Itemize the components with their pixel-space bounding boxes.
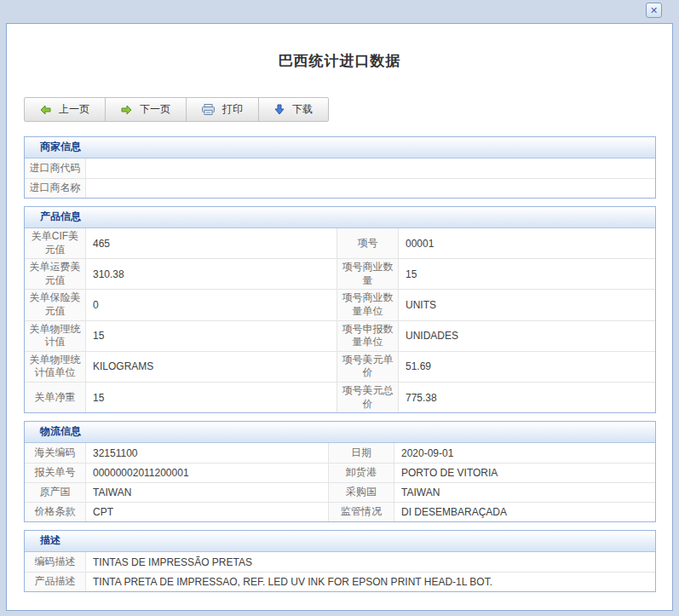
page-title: 巴西统计进口数据 bbox=[7, 24, 672, 71]
field-value-item-no: 00001 bbox=[399, 228, 655, 258]
field-value-freight-usd: 310.38 bbox=[86, 259, 337, 289]
field-value-usd-unit-price: 51.69 bbox=[399, 352, 655, 382]
field-label-price-terms: 价格条款 bbox=[25, 503, 86, 521]
field-label-freight-usd: 关单运费美元值 bbox=[25, 259, 86, 289]
table-row: 关单物理统计值 15 项号申报数量单位 UNIDADES bbox=[25, 320, 655, 351]
field-label-insurance-usd: 关单保险美元值 bbox=[25, 290, 86, 320]
section-logistics-title: 物流信息 bbox=[25, 422, 655, 443]
field-label-cif-usd: 关单CIF美元值 bbox=[25, 228, 86, 258]
section-description: 描述 编码描述 TINTAS DE IMPRESSÃO PRETAS 产品描述 … bbox=[24, 530, 656, 592]
print-label: 打印 bbox=[222, 102, 243, 117]
field-value-code-description: TINTAS DE IMPRESSÃO PRETAS bbox=[86, 552, 655, 572]
field-value-date: 2020-09-01 bbox=[394, 443, 655, 463]
table-row: 关单运费美元值 310.38 项号商业数量 15 bbox=[25, 258, 655, 289]
field-label-item-no: 项号 bbox=[337, 228, 399, 258]
table-row: 关单保险美元值 0 项号商业数量单位 UNITS bbox=[25, 289, 655, 320]
download-label: 下载 bbox=[292, 102, 313, 117]
field-label-commercial-qty-unit: 项号商业数量单位 bbox=[337, 290, 399, 320]
field-label-regulatory-status: 监管情况 bbox=[329, 503, 394, 521]
section-product-title: 产品信息 bbox=[25, 207, 655, 228]
section-product-info: 产品信息 关单CIF美元值 465 项号 00001 关单运费美元值 310.3… bbox=[24, 206, 656, 413]
table-row: 产品描述 TINTA PRETA DE IMPRESSAO, REF. LED … bbox=[25, 572, 655, 591]
table-row: 报关单号 00000002011200001 卸货港 PORTO DE VITO… bbox=[25, 463, 655, 482]
table-row: 编码描述 TINTAS DE IMPRESSÃO PRETAS bbox=[25, 552, 655, 572]
field-value-commercial-qty: 15 bbox=[399, 259, 655, 289]
field-value-origin-country: TAIWAN bbox=[86, 483, 329, 502]
section-merchant-info: 商家信息 进口商代码 进口商名称 bbox=[24, 136, 656, 199]
table-row: 进口商代码 bbox=[25, 158, 655, 178]
table-row: 关单净重 15 项号美元总价 775.38 bbox=[25, 382, 655, 412]
field-label-date: 日期 bbox=[329, 443, 394, 463]
table-row: 关单CIF美元值 465 项号 00001 bbox=[25, 228, 655, 258]
section-description-title: 描述 bbox=[25, 531, 655, 552]
field-value-insurance-usd: 0 bbox=[86, 290, 337, 320]
field-value-declared-qty-unit: UNIDADES bbox=[399, 321, 655, 351]
next-page-label: 下一页 bbox=[140, 102, 170, 117]
dialog-panel: 巴西统计进口数据 上一页 下一页 打印 bbox=[6, 23, 673, 611]
content-sections: 商家信息 进口商代码 进口商名称 产品信息 关单CIF美元值 465 项号 bbox=[24, 136, 656, 592]
field-value-declaration-no: 00000002011200001 bbox=[86, 463, 329, 482]
section-merchant-title: 商家信息 bbox=[25, 137, 655, 158]
field-value-commercial-qty-unit: UNITS bbox=[399, 290, 655, 320]
field-value-purchase-country: TAIWAN bbox=[394, 483, 655, 502]
table-row: 海关编码 32151100 日期 2020-09-01 bbox=[25, 443, 655, 463]
table-row: 原产国 TAIWAN 采购国 TAIWAN bbox=[25, 482, 655, 502]
field-value-net-weight: 15 bbox=[86, 383, 337, 412]
table-row: 价格条款 CPT 监管情况 DI DESEMBARAÇADA bbox=[25, 502, 655, 521]
field-value-regulatory-status: DI DESEMBARAÇADA bbox=[394, 503, 655, 521]
field-label-importer-name: 进口商名称 bbox=[25, 179, 86, 198]
field-label-net-weight: 关单净重 bbox=[25, 383, 86, 412]
toolbar: 上一页 下一页 打印 下载 bbox=[24, 97, 329, 122]
arrow-right-green-icon bbox=[121, 105, 132, 115]
field-label-purchase-country: 采购国 bbox=[329, 483, 394, 502]
table-row: 进口商名称 bbox=[25, 178, 655, 198]
field-value-price-terms: CPT bbox=[86, 503, 329, 521]
arrow-down-blue-icon bbox=[274, 104, 285, 115]
field-label-discharge-port: 卸货港 bbox=[329, 463, 394, 482]
field-label-declared-qty-unit: 项号申报数量单位 bbox=[337, 321, 399, 351]
field-label-declaration-no: 报关单号 bbox=[25, 463, 86, 482]
field-label-physical-stat: 关单物理统计值 bbox=[25, 321, 86, 351]
prev-page-label: 上一页 bbox=[59, 102, 89, 117]
field-value-cif-usd: 465 bbox=[86, 228, 337, 258]
field-value-hs-code: 32151100 bbox=[86, 443, 329, 463]
field-value-discharge-port: PORTO DE VITORIA bbox=[394, 463, 655, 482]
field-label-product-description: 产品描述 bbox=[25, 573, 86, 591]
field-label-origin-country: 原产国 bbox=[25, 483, 86, 502]
download-button[interactable]: 下载 bbox=[259, 98, 328, 121]
table-row: 关单物理统计值单位 KILOGRAMS 项号美元单价 51.69 bbox=[25, 351, 655, 382]
field-label-physical-stat-unit: 关单物理统计值单位 bbox=[25, 352, 86, 382]
field-value-importer-code bbox=[86, 158, 655, 178]
field-value-physical-stat-unit: KILOGRAMS bbox=[86, 352, 337, 382]
field-value-usd-total-price: 775.38 bbox=[399, 383, 655, 412]
printer-icon bbox=[202, 104, 215, 115]
print-button[interactable]: 打印 bbox=[187, 98, 259, 121]
field-label-hs-code: 海关编码 bbox=[25, 443, 86, 463]
field-label-commercial-qty: 项号商业数量 bbox=[337, 259, 399, 289]
arrow-left-green-icon bbox=[40, 105, 51, 115]
next-page-button[interactable]: 下一页 bbox=[106, 98, 187, 121]
field-value-importer-name bbox=[86, 179, 655, 198]
field-label-usd-total-price: 项号美元总价 bbox=[337, 383, 399, 412]
close-icon: ✕ bbox=[650, 6, 658, 15]
close-button[interactable]: ✕ bbox=[646, 3, 662, 18]
field-value-product-description: TINTA PRETA DE IMPRESSAO, REF. LED UV IN… bbox=[86, 573, 655, 591]
prev-page-button[interactable]: 上一页 bbox=[25, 98, 106, 121]
section-logistics-info: 物流信息 海关编码 32151100 日期 2020-09-01 报关单号 00… bbox=[24, 421, 656, 522]
field-label-usd-unit-price: 项号美元单价 bbox=[337, 352, 399, 382]
field-label-code-description: 编码描述 bbox=[25, 552, 86, 572]
field-value-physical-stat: 15 bbox=[86, 321, 337, 351]
field-label-importer-code: 进口商代码 bbox=[25, 158, 86, 178]
